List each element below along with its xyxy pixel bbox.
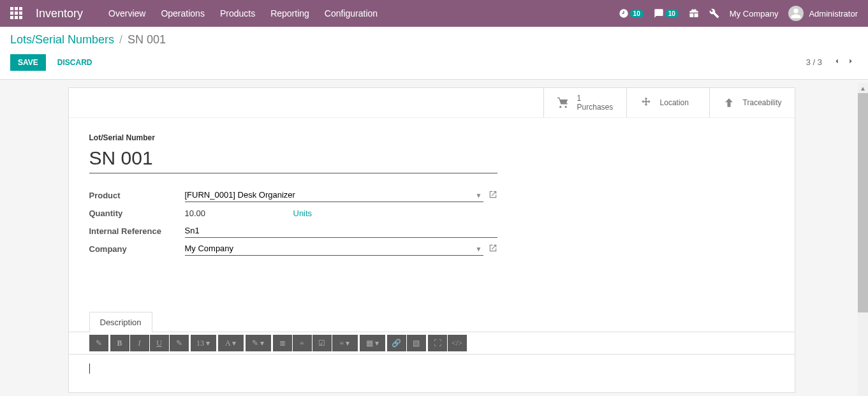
editor-ol-button[interactable]: ≡ bbox=[293, 335, 312, 351]
editor-checklist-button[interactable]: ☑ bbox=[313, 335, 332, 351]
quantity-label: Quantity bbox=[89, 209, 185, 218]
editor-code-button[interactable]: </> bbox=[448, 335, 467, 351]
purchases-count: 1 bbox=[577, 94, 614, 103]
stat-button-purchases[interactable]: 1 Purchases bbox=[543, 88, 626, 117]
editor-style-button[interactable]: ✎ bbox=[89, 335, 108, 351]
pager-prev-button[interactable] bbox=[830, 53, 844, 71]
cart-icon bbox=[557, 96, 570, 109]
internal-ref-input[interactable] bbox=[185, 224, 497, 238]
discard-button[interactable]: Discard bbox=[50, 54, 100, 71]
settings-icon-button[interactable] bbox=[709, 8, 719, 18]
company-name: My Company bbox=[730, 9, 779, 18]
chevron-left-icon bbox=[832, 57, 841, 66]
company-label: Company bbox=[89, 244, 185, 254]
activity-badge: 10 bbox=[630, 10, 644, 18]
editor-strike-button[interactable]: ✎ bbox=[170, 335, 189, 351]
editor-underline-button[interactable]: U bbox=[150, 335, 169, 351]
pager-text: 3 / 3 bbox=[806, 57, 822, 67]
notebook: Description ✎ B I U ✎ 13 ▾ A ▾ bbox=[69, 311, 795, 392]
pager-next-button[interactable] bbox=[844, 53, 858, 71]
stat-button-traceability[interactable]: Traceability bbox=[709, 88, 795, 117]
breadcrumb-separator: / bbox=[119, 33, 122, 47]
lot-name-input[interactable] bbox=[89, 145, 497, 173]
scrollbar-thumb[interactable] bbox=[858, 93, 868, 312]
quantity-uom-link[interactable]: Units bbox=[293, 209, 313, 218]
company-input[interactable] bbox=[185, 242, 483, 256]
editor-paragraph-button[interactable]: ≡ ▾ bbox=[332, 335, 358, 351]
editor-bold-button[interactable]: B bbox=[110, 335, 129, 351]
nav-overview[interactable]: Overview bbox=[108, 8, 145, 18]
breadcrumb: Lots/Serial Numbers / SN 001 bbox=[10, 33, 858, 47]
nav-operations[interactable]: Operations bbox=[161, 8, 204, 18]
activity-indicator[interactable]: 10 bbox=[619, 8, 644, 18]
editor-forecolor-button[interactable]: A ▾ bbox=[218, 335, 244, 351]
title-field-label: Lot/Serial Number bbox=[89, 133, 774, 142]
clock-icon bbox=[619, 8, 629, 18]
description-editor[interactable] bbox=[69, 354, 795, 392]
product-external-link[interactable] bbox=[489, 190, 497, 201]
quantity-value: 10.00 bbox=[185, 209, 293, 218]
user-menu[interactable]: Administrator bbox=[788, 6, 858, 21]
editor-fontsize-button[interactable]: 13 ▾ bbox=[191, 335, 216, 351]
tab-description[interactable]: Description bbox=[89, 312, 152, 332]
chevron-right-icon bbox=[846, 57, 855, 66]
location-label: Location bbox=[660, 98, 689, 107]
top-navbar: Inventory Overview Operations Products R… bbox=[0, 0, 868, 27]
breadcrumb-parent[interactable]: Lots/Serial Numbers bbox=[10, 33, 114, 47]
nav-menu: Overview Operations Products Reporting C… bbox=[108, 8, 378, 18]
save-button[interactable]: Save bbox=[10, 54, 46, 71]
external-link-icon bbox=[489, 244, 497, 253]
app-title: Inventory bbox=[36, 7, 83, 20]
stat-button-location[interactable]: Location bbox=[626, 88, 709, 117]
nav-configuration[interactable]: Configuration bbox=[325, 8, 378, 18]
product-input[interactable] bbox=[185, 188, 483, 202]
product-label: Product bbox=[89, 191, 185, 200]
editor-fullscreen-button[interactable]: ⛶ bbox=[428, 335, 447, 351]
gift-icon bbox=[689, 8, 699, 18]
chat-icon bbox=[654, 8, 664, 18]
company-external-link[interactable] bbox=[489, 244, 497, 254]
editor-image-button[interactable]: ▧ bbox=[407, 335, 426, 351]
scroll-up-icon: ▲ bbox=[858, 83, 868, 93]
vertical-scrollbar[interactable]: ▲ bbox=[858, 83, 868, 393]
editor-table-button[interactable]: ▦ ▾ bbox=[360, 335, 385, 351]
external-link-icon bbox=[489, 190, 497, 199]
text-cursor bbox=[89, 363, 90, 374]
messaging-indicator[interactable]: 10 bbox=[654, 8, 679, 18]
purchases-label: Purchases bbox=[577, 103, 614, 112]
user-name: Administrator bbox=[809, 9, 858, 18]
editor-link-button[interactable]: 🔗 bbox=[387, 335, 406, 351]
traceability-label: Traceability bbox=[743, 98, 782, 107]
editor-backcolor-button[interactable]: ✎ ▾ bbox=[246, 335, 271, 351]
control-panel: Lots/Serial Numbers / SN 001 Save Discar… bbox=[0, 27, 868, 80]
form-sheet: 1 Purchases Location Traceability Lot/Se… bbox=[68, 87, 795, 393]
apps-icon[interactable] bbox=[10, 7, 23, 20]
move-icon bbox=[640, 96, 652, 109]
breadcrumb-current: SN 001 bbox=[128, 33, 166, 47]
nav-products[interactable]: Products bbox=[220, 8, 255, 18]
editor-toolbar: ✎ B I U ✎ 13 ▾ A ▾ ✎ ▾ ≣ bbox=[69, 332, 795, 354]
pager: 3 / 3 bbox=[806, 53, 858, 71]
tools-icon bbox=[709, 8, 719, 18]
nav-reporting[interactable]: Reporting bbox=[270, 8, 309, 18]
internal-ref-label: Internal Reference bbox=[89, 226, 185, 236]
company-switcher[interactable]: My Company bbox=[730, 9, 779, 18]
messages-badge: 10 bbox=[665, 10, 679, 18]
arrow-up-icon bbox=[723, 96, 735, 109]
stat-button-box: 1 Purchases Location Traceability bbox=[69, 88, 795, 118]
avatar-icon bbox=[788, 6, 804, 21]
editor-italic-button[interactable]: I bbox=[130, 335, 149, 351]
gift-icon-button[interactable] bbox=[689, 8, 699, 18]
editor-ul-button[interactable]: ≣ bbox=[273, 335, 292, 351]
